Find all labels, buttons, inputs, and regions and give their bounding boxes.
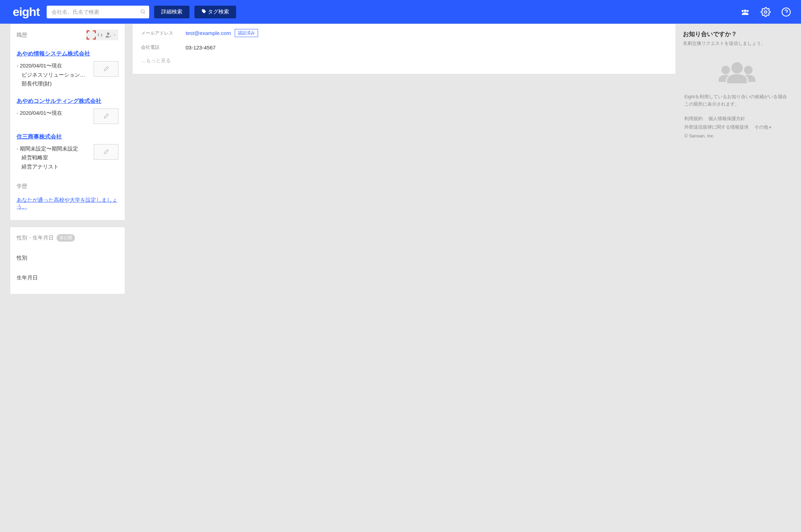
- people-placeholder-icon: [683, 59, 791, 85]
- people-icon[interactable]: [740, 7, 750, 17]
- logo[interactable]: eight: [13, 5, 40, 19]
- email-link[interactable]: test@example.com: [186, 30, 231, 36]
- pencil-icon: [103, 149, 109, 155]
- svg-point-2: [765, 11, 767, 13]
- career-period: 2020/04/01〜現在: [20, 63, 62, 69]
- header-icons: [740, 7, 791, 17]
- search-box: [47, 6, 149, 18]
- detail-search-label: 詳細検索: [161, 8, 182, 15]
- sort-icon: [97, 31, 104, 39]
- career-item: あやめ情報システム株式会社 -2020/04/01〜現在 ビジネスソリューション…: [17, 50, 118, 88]
- career-card: 職歴 あやめ情報システム株式会社 -2020/04/01〜現在 ビジネスソリュー: [10, 24, 125, 220]
- business-card-thumb[interactable]: [94, 61, 118, 77]
- phone-row: 会社電話 03-123-4567: [141, 41, 667, 54]
- copyright: © Sansan, Inc.: [684, 133, 714, 138]
- phone-label: 会社電話: [141, 44, 186, 51]
- acquaintance-desc: Eightを利用しているお知り合いの候補がいる場合この箇所に表示されます。: [683, 93, 791, 108]
- focus-frame-icon: [87, 30, 96, 40]
- acquaintance-sub: 名刺交換リクエストを送信しましょう。: [683, 40, 791, 47]
- link-ext[interactable]: 外部送信規律に関する情報提供: [684, 123, 749, 132]
- career-period: 期間未設定〜期間未設定: [20, 146, 78, 152]
- detail-search-button[interactable]: 詳細検索: [154, 6, 189, 18]
- gender-birth-label: 性別・生年月日: [17, 235, 54, 241]
- gender-birth-card: 性別・生年月日 非公開 性別 生年月日: [10, 227, 125, 294]
- career-item: 住三商事株式会社 -期間未設定〜期間未設定 経営戦略室 経営アナリスト: [17, 133, 118, 171]
- career-line: 経営アナリスト: [17, 162, 90, 171]
- chevron-down-icon: [113, 33, 116, 37]
- company-link[interactable]: 住三商事株式会社: [17, 133, 62, 141]
- tag-search-label: タグ検索: [208, 8, 229, 15]
- email-row: メールアドレス test@example.com 認証済み: [141, 25, 667, 41]
- svg-line-1: [144, 12, 145, 13]
- acquaintance-panel: お知り合いですか？ 名刺交換リクエストを送信しましょう。 Eightを利用してい…: [683, 30, 791, 141]
- person-add-icon: [104, 31, 112, 39]
- company-link[interactable]: あやめコンサルティング株式会社: [17, 97, 101, 105]
- private-badge: 非公開: [57, 234, 75, 242]
- show-more-button[interactable]: …もっと見る: [141, 58, 171, 64]
- app-header: eight 詳細検索 タグ検索: [0, 0, 801, 24]
- contact-card: メールアドレス test@example.com 認証済み 会社電話 03-12…: [132, 24, 676, 74]
- chevron-down-icon: ▾: [769, 125, 771, 129]
- search-input[interactable]: [47, 6, 149, 18]
- svg-point-0: [141, 10, 144, 13]
- gear-icon[interactable]: [761, 7, 771, 17]
- search-icon[interactable]: [140, 8, 146, 15]
- link-other[interactable]: その他 ▾: [754, 123, 772, 132]
- education-setup-link[interactable]: あなたが通った高校や大学を設定しましょう。: [17, 197, 117, 209]
- help-icon[interactable]: [781, 7, 791, 17]
- svg-point-5: [731, 62, 743, 73]
- tag-search-button[interactable]: タグ検索: [194, 6, 236, 18]
- company-link[interactable]: あやめ情報システム株式会社: [17, 50, 90, 58]
- pencil-icon: [103, 66, 109, 72]
- birth-row[interactable]: 生年月日: [17, 271, 118, 290]
- career-period: 2020/04/01〜現在: [20, 110, 62, 116]
- career-item: あやめコンサルティング株式会社 -2020/04/01〜現在: [17, 97, 118, 124]
- gender-row[interactable]: 性別: [17, 251, 118, 271]
- career-line: 部長代理(財): [17, 79, 90, 88]
- phone-value: 03-123-4567: [186, 45, 216, 51]
- career-tool[interactable]: [86, 30, 118, 40]
- career-label: 職歴: [17, 32, 27, 39]
- career-line: ビジネスソリューション…: [17, 70, 90, 79]
- email-label: メールアドレス: [141, 30, 186, 36]
- svg-point-6: [721, 66, 730, 74]
- footer-links: 利用規約 個人情報保護方針 外部送信規律に関する情報提供 その他 ▾ © San…: [683, 114, 791, 141]
- svg-point-7: [744, 66, 753, 74]
- acquaintance-title: お知り合いですか？: [683, 30, 791, 38]
- education-label: 学歴: [17, 183, 118, 190]
- link-tos[interactable]: 利用規約: [684, 114, 703, 123]
- business-card-thumb[interactable]: [94, 108, 118, 124]
- link-privacy[interactable]: 個人情報保護方針: [708, 114, 745, 123]
- career-line: 経営戦略室: [17, 153, 90, 162]
- pencil-icon: [103, 113, 109, 119]
- business-card-thumb[interactable]: [94, 144, 118, 160]
- verified-badge: 認証済み: [235, 29, 258, 37]
- tag-icon: [201, 9, 206, 15]
